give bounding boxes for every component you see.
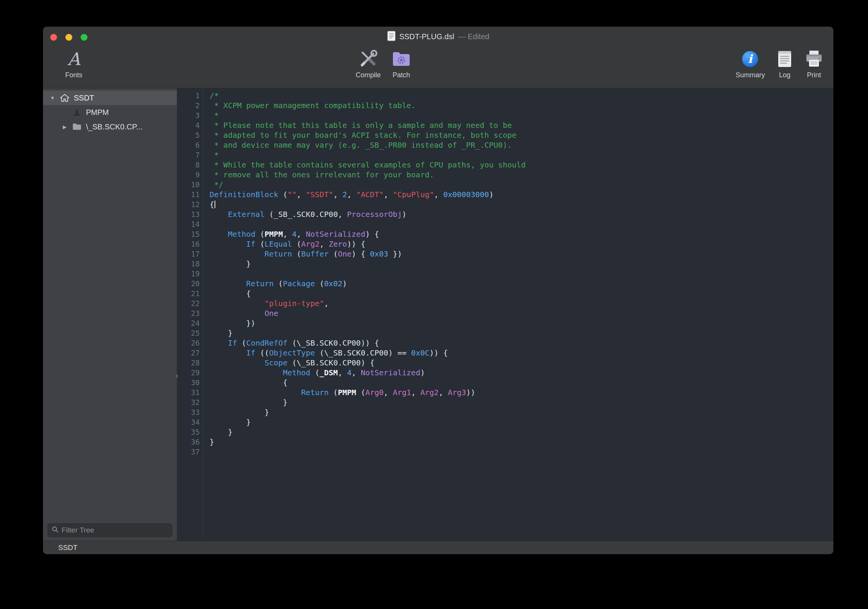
code-text: Return (PMPM (Arg0, Arg1, Arg2, Arg3)) bbox=[204, 387, 475, 397]
code-line[interactable]: 27 If ((ObjectType (\_SB.SCK0.CP00) == 0… bbox=[178, 348, 833, 358]
app-window: SSDT-PLUG.dsl — Edited A Fonts bbox=[43, 27, 833, 554]
code-line[interactable]: 2 * XCPM power management compatibility … bbox=[178, 100, 833, 110]
titlebar[interactable]: SSDT-PLUG.dsl — Edited bbox=[43, 27, 833, 46]
line-number: 13 bbox=[178, 209, 204, 219]
line-number: 29 bbox=[178, 368, 204, 378]
line-number: 2 bbox=[178, 100, 204, 110]
code-text: * bbox=[204, 150, 219, 160]
code-line[interactable]: 28 Scope (\_SB.SCK0.CP00) { bbox=[178, 358, 833, 368]
code-text bbox=[204, 219, 210, 229]
disclosure-triangle-icon[interactable]: ▼ bbox=[47, 95, 58, 101]
code-line[interactable]: 34 } bbox=[178, 417, 833, 427]
compile-button[interactable]: Compile bbox=[356, 49, 381, 79]
line-number: 37 bbox=[178, 447, 204, 457]
code-line[interactable]: 11DefinitionBlock ("", "SSDT", 2, "ACDT"… bbox=[178, 190, 833, 199]
line-number: 11 bbox=[178, 190, 204, 199]
code-line[interactable]: 7 * bbox=[178, 150, 833, 160]
line-number: 24 bbox=[178, 318, 204, 328]
code-text: { bbox=[204, 289, 251, 298]
line-number: 8 bbox=[178, 160, 204, 170]
code-line[interactable]: 26 If (CondRefOf (\_SB.SCK0.CP00)) { bbox=[178, 338, 833, 348]
line-number: 14 bbox=[178, 219, 204, 229]
code-line[interactable]: 14 bbox=[178, 219, 833, 229]
line-number: 15 bbox=[178, 229, 204, 239]
line-number: 22 bbox=[178, 298, 204, 308]
code-text: If (CondRefOf (\_SB.SCK0.CP00)) { bbox=[204, 338, 379, 348]
code-text: Method (_DSM, 4, NotSerialized) bbox=[204, 368, 425, 378]
code-text: One bbox=[204, 308, 278, 318]
window-title-text: SSDT-PLUG.dsl bbox=[399, 32, 454, 41]
code-line[interactable]: 16 If (LEqual (Arg2, Zero)) { bbox=[178, 239, 833, 249]
line-number: 25 bbox=[178, 328, 204, 338]
code-line[interactable]: 8 * While the table contains several exa… bbox=[178, 160, 833, 170]
code-line[interactable]: 15 Method (PMPM, 4, NotSerialized) { bbox=[178, 229, 833, 239]
code-line[interactable]: 36} bbox=[178, 437, 833, 447]
sidebar-tree: ▼SSDTPMPM▶\_SB.SCK0.CP... bbox=[43, 88, 177, 134]
code-text: } bbox=[204, 407, 269, 417]
fonts-icon: A bbox=[67, 49, 80, 69]
filter-tree-field[interactable] bbox=[48, 523, 172, 537]
code-text bbox=[204, 447, 210, 457]
print-button[interactable]: Print bbox=[804, 49, 823, 79]
code-text bbox=[204, 269, 210, 279]
code-text: * While the table contains several examp… bbox=[204, 160, 526, 170]
code-line[interactable]: 30 { bbox=[178, 378, 833, 387]
code-text: * and device name may vary (e.g. _SB_.PR… bbox=[204, 140, 512, 150]
code-line[interactable]: 13 External (_SB_.SCK0.CP00, ProcessorOb… bbox=[178, 209, 833, 219]
code-line[interactable]: 33 } bbox=[178, 407, 833, 417]
code-line[interactable]: 17 Return (Buffer (One) { 0x03 }) bbox=[178, 249, 833, 259]
code-line[interactable]: 5 * adapted to fit your board's ACPI sta… bbox=[178, 130, 833, 140]
code-line[interactable]: 23 One bbox=[178, 308, 833, 318]
line-number: 1 bbox=[178, 91, 204, 100]
window-header: SSDT-PLUG.dsl — Edited A Fonts bbox=[43, 27, 833, 88]
code-line[interactable]: 18 } bbox=[178, 259, 833, 269]
code-text: * remove all the ones irrelevant for you… bbox=[204, 170, 434, 180]
code-line[interactable]: 37 bbox=[178, 447, 833, 457]
line-number: 3 bbox=[178, 110, 204, 120]
code-line[interactable]: 12{ bbox=[178, 199, 833, 209]
code-line[interactable]: 6 * and device name may vary (e.g. _SB_.… bbox=[178, 140, 833, 150]
code-line[interactable]: 32 } bbox=[178, 397, 833, 407]
code-line[interactable]: 1/* bbox=[178, 91, 833, 100]
line-number: 6 bbox=[178, 140, 204, 150]
toolbar: A Fonts bbox=[43, 46, 833, 88]
summary-button[interactable]: i Summary bbox=[736, 49, 765, 79]
code-text: { bbox=[204, 199, 215, 209]
code-line[interactable]: 19 bbox=[178, 269, 833, 279]
window-content: ▼SSDTPMPM▶\_SB.SCK0.CP... 1/*2 * XCPM po… bbox=[43, 88, 833, 541]
code-text: Return (Buffer (One) { 0x03 }) bbox=[204, 249, 402, 259]
fonts-label: Fonts bbox=[65, 71, 82, 79]
tree-item-sb-sck0-cp[interactable]: ▶\_SB.SCK0.CP... bbox=[43, 120, 177, 134]
code-editor[interactable]: 1/*2 * XCPM power management compatibili… bbox=[178, 88, 833, 541]
patch-button[interactable]: Patch bbox=[391, 49, 411, 79]
line-number: 19 bbox=[178, 269, 204, 279]
code-line[interactable]: 35 } bbox=[178, 427, 833, 437]
line-number: 9 bbox=[178, 170, 204, 180]
code-line[interactable]: 31 Return (PMPM (Arg0, Arg1, Arg2, Arg3)… bbox=[178, 387, 833, 397]
code-line[interactable]: 4 * Please note that this table is only … bbox=[178, 120, 833, 130]
line-number: 16 bbox=[178, 239, 204, 249]
code-line[interactable]: 3 * bbox=[178, 110, 833, 120]
tree-item-ssdt[interactable]: ▼SSDT bbox=[43, 91, 177, 105]
window-title: SSDT-PLUG.dsl — Edited bbox=[43, 27, 833, 46]
code-text: If (LEqual (Arg2, Zero)) { bbox=[204, 239, 365, 249]
text-cursor bbox=[215, 201, 215, 208]
code-text: Return (Package (0x02) bbox=[204, 279, 347, 289]
fonts-button[interactable]: A Fonts bbox=[57, 49, 91, 79]
code-line[interactable]: 25 } bbox=[178, 328, 833, 338]
code-line[interactable]: 10 */ bbox=[178, 180, 833, 190]
filter-tree-input[interactable] bbox=[62, 526, 168, 534]
code-line[interactable]: 21 { bbox=[178, 289, 833, 298]
code-line[interactable]: 29 Method (_DSM, 4, NotSerialized) bbox=[178, 368, 833, 378]
code-line[interactable]: 22 "plugin-type", bbox=[178, 298, 833, 308]
code-line[interactable]: 24 }) bbox=[178, 318, 833, 328]
code-line[interactable]: 9 * remove all the ones irrelevant for y… bbox=[178, 170, 833, 180]
disclosure-triangle-icon[interactable]: ▶ bbox=[59, 124, 70, 130]
tree-item-pmpm[interactable]: PMPM bbox=[43, 105, 177, 120]
log-button[interactable]: Log bbox=[776, 49, 793, 79]
line-number: 27 bbox=[178, 348, 204, 358]
code-text: { bbox=[204, 378, 288, 387]
line-number: 26 bbox=[178, 338, 204, 348]
code-line[interactable]: 20 Return (Package (0x02) bbox=[178, 279, 833, 289]
patch-label: Patch bbox=[393, 71, 410, 79]
